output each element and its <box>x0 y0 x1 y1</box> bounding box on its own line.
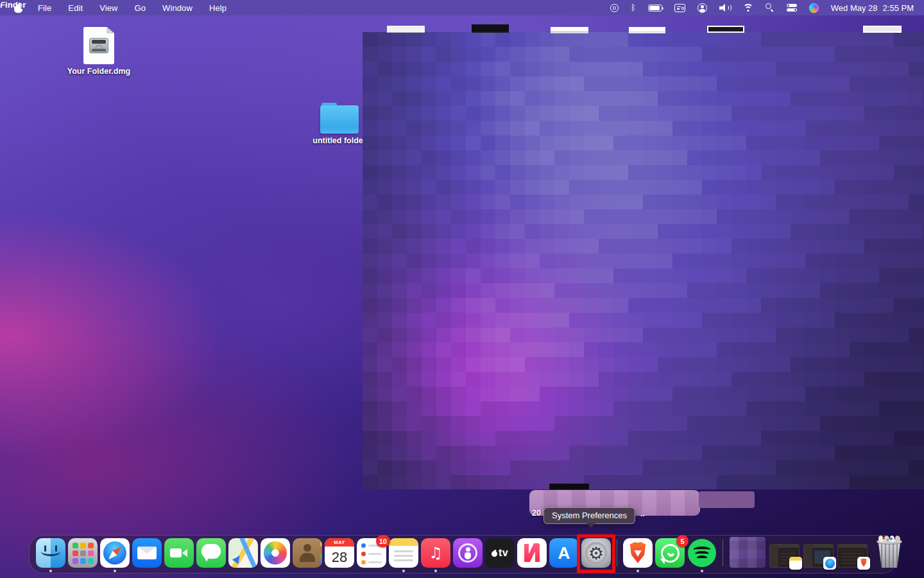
dock: MAY 28 10 ♫ tv <box>29 535 897 574</box>
dock-trash[interactable] <box>875 537 904 568</box>
dock-app-appstore[interactable]: A <box>549 538 579 568</box>
dock-app-notes[interactable] <box>389 538 418 568</box>
blurred-window-titlebar <box>707 26 744 33</box>
brave-badge-icon <box>857 557 870 570</box>
spotlight-icon[interactable] <box>766 3 774 13</box>
red-highlight-box <box>577 534 615 573</box>
maps-icon <box>228 538 258 568</box>
blurred-window-titlebar <box>863 26 902 33</box>
volume-icon[interactable] <box>719 3 731 13</box>
input-source-icon[interactable] <box>674 3 685 13</box>
minimized-window-blurred[interactable] <box>730 537 766 568</box>
dock-app-news[interactable] <box>517 538 547 568</box>
apple-tv-icon: tv <box>485 538 515 568</box>
dock-app-system-preferences[interactable]: ⚙ <box>581 538 611 568</box>
calendar-day: 28 <box>325 547 354 568</box>
battery-icon[interactable] <box>648 3 662 13</box>
notes-icon <box>389 538 418 568</box>
dock-app-whatsapp[interactable]: 5 <box>655 538 685 568</box>
menu-bar: Finder File Edit View Go Window Help ᛒ W… <box>0 0 924 15</box>
minimized-window-notes[interactable] <box>769 544 800 568</box>
photos-icon <box>261 538 290 568</box>
calendar-month: MAY <box>325 538 354 547</box>
tooltip-system-preferences: System Preferences <box>543 507 635 524</box>
blurred-window-titlebar <box>629 27 665 33</box>
blurred-fragment <box>549 484 589 489</box>
dock-app-photos[interactable] <box>261 538 290 568</box>
obscured-desktop-label: 20 <box>532 509 541 518</box>
minimized-window-safari[interactable] <box>803 544 834 568</box>
calendar-icon: MAY 28 <box>325 538 354 568</box>
launchpad-icon <box>68 538 98 568</box>
finder-icon <box>36 538 65 568</box>
desktop-icon-label: untitled folder <box>312 136 366 145</box>
screen-mirroring-icon[interactable] <box>610 3 619 13</box>
notification-badge: 10 <box>376 535 390 547</box>
dmg-file-icon <box>83 27 114 64</box>
running-indicator <box>701 570 703 572</box>
music-icon: ♫ <box>421 538 450 568</box>
safari-badge-icon <box>823 557 836 570</box>
blurred-region <box>363 32 924 489</box>
facetime-icon <box>164 538 194 568</box>
mail-icon <box>132 538 162 568</box>
running-indicator <box>434 570 437 572</box>
running-indicator <box>49 570 52 572</box>
app-store-icon: A <box>549 538 579 568</box>
podcasts-icon <box>453 538 483 568</box>
siri-icon[interactable] <box>809 3 819 13</box>
running-indicator <box>402 570 405 572</box>
dock-app-finder[interactable] <box>36 538 65 568</box>
wifi-icon[interactable] <box>743 3 753 13</box>
desktop-icon-dmg[interactable]: Your Folder.dmg <box>64 27 134 76</box>
brave-icon <box>623 538 653 568</box>
desktop-icon-label: Your Folder.dmg <box>67 67 130 76</box>
control-center-icon[interactable] <box>787 3 797 13</box>
notes-badge-icon <box>789 557 802 570</box>
notification-badge: 5 <box>676 535 689 547</box>
blurred-window-titlebar <box>551 27 588 33</box>
blurred-window-titlebar <box>472 24 509 33</box>
running-indicator <box>637 570 639 572</box>
tv-glyph: tv <box>499 547 508 559</box>
dock-app-reminders[interactable]: 10 <box>357 538 386 568</box>
menu-item-finder[interactable]: Finder <box>0 0 924 15</box>
dock-app-facetime[interactable] <box>164 538 194 568</box>
dock-app-maps[interactable] <box>228 538 258 568</box>
tooltip-text: System Preferences <box>552 511 627 520</box>
dock-app-safari[interactable] <box>100 538 130 568</box>
dock-app-launchpad[interactable] <box>68 538 98 568</box>
dock-app-mail[interactable] <box>132 538 162 568</box>
safari-icon <box>100 538 130 568</box>
messages-icon <box>196 538 226 568</box>
news-icon <box>517 538 547 568</box>
dock-app-contacts[interactable] <box>293 538 322 568</box>
blurred-window-titlebar <box>387 26 425 33</box>
running-indicator <box>114 570 116 572</box>
music-note-glyph: ♫ <box>429 544 443 562</box>
dock-app-spotify[interactable] <box>687 538 717 568</box>
obscured-desktop-label: .. <box>640 509 645 518</box>
user-account-icon[interactable] <box>697 3 707 13</box>
minimized-window-brave[interactable] <box>837 544 868 568</box>
blurred-fragment <box>699 491 755 508</box>
dock-separator <box>723 539 723 566</box>
dock-app-calendar[interactable]: MAY 28 <box>325 538 354 568</box>
dock-separator <box>617 539 617 566</box>
dock-app-podcasts[interactable] <box>453 538 483 568</box>
bluetooth-icon[interactable]: ᛒ <box>631 3 636 13</box>
dock-app-messages[interactable] <box>196 538 226 568</box>
contacts-icon <box>293 538 322 568</box>
dock-app-brave[interactable] <box>623 538 653 568</box>
appstore-glyph: A <box>558 543 570 563</box>
folder-icon <box>320 103 359 134</box>
dock-app-appletv[interactable]: tv <box>485 538 515 568</box>
spotify-icon <box>687 538 717 568</box>
dock-app-music[interactable]: ♫ <box>421 538 450 568</box>
